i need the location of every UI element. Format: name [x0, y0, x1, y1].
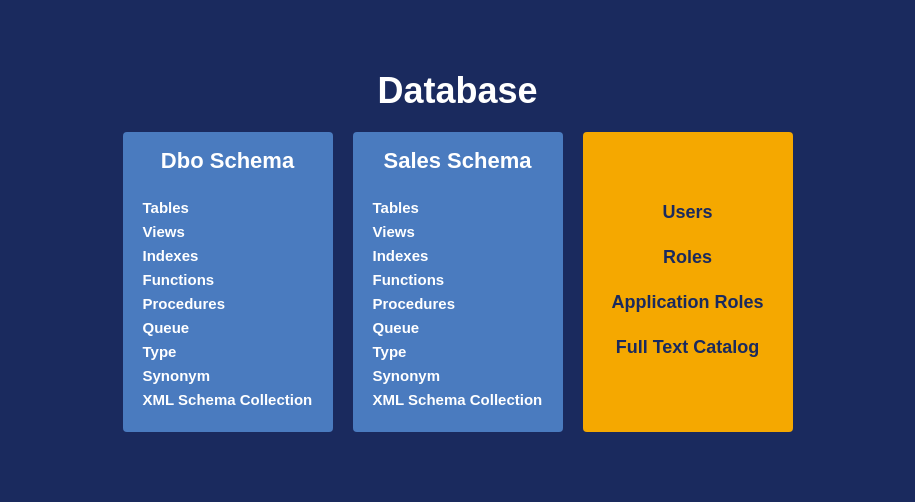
security-card: Users Roles Application Roles Full Text …	[583, 132, 793, 432]
list-item: Synonym	[373, 364, 543, 388]
list-item: Indexes	[373, 244, 543, 268]
list-item: Users	[662, 202, 712, 223]
dbo-schema-items: Tables Views Indexes Functions Procedure…	[143, 196, 313, 412]
list-item: Tables	[373, 196, 543, 220]
list-item: Indexes	[143, 244, 313, 268]
list-item: Procedures	[143, 292, 313, 316]
list-item: Views	[143, 220, 313, 244]
list-item: Application Roles	[611, 292, 763, 313]
list-item: Tables	[143, 196, 313, 220]
sales-schema-items: Tables Views Indexes Functions Procedure…	[373, 196, 543, 412]
list-item: Functions	[373, 268, 543, 292]
list-item: Procedures	[373, 292, 543, 316]
list-item: Views	[373, 220, 543, 244]
dbo-schema-title: Dbo Schema	[143, 148, 313, 180]
list-item: Roles	[663, 247, 712, 268]
list-item: Queue	[143, 316, 313, 340]
list-item: Full Text Catalog	[616, 337, 760, 358]
list-item: XML Schema Collection	[143, 388, 313, 412]
sales-schema-card: Sales Schema Tables Views Indexes Functi…	[353, 132, 563, 432]
page-title: Database	[377, 70, 537, 112]
list-item: Type	[373, 340, 543, 364]
list-item: Type	[143, 340, 313, 364]
sales-schema-title: Sales Schema	[373, 148, 543, 180]
list-item: Functions	[143, 268, 313, 292]
dbo-schema-card: Dbo Schema Tables Views Indexes Function…	[123, 132, 333, 432]
cards-container: Dbo Schema Tables Views Indexes Function…	[103, 132, 813, 432]
list-item: Synonym	[143, 364, 313, 388]
list-item: XML Schema Collection	[373, 388, 543, 412]
list-item: Queue	[373, 316, 543, 340]
